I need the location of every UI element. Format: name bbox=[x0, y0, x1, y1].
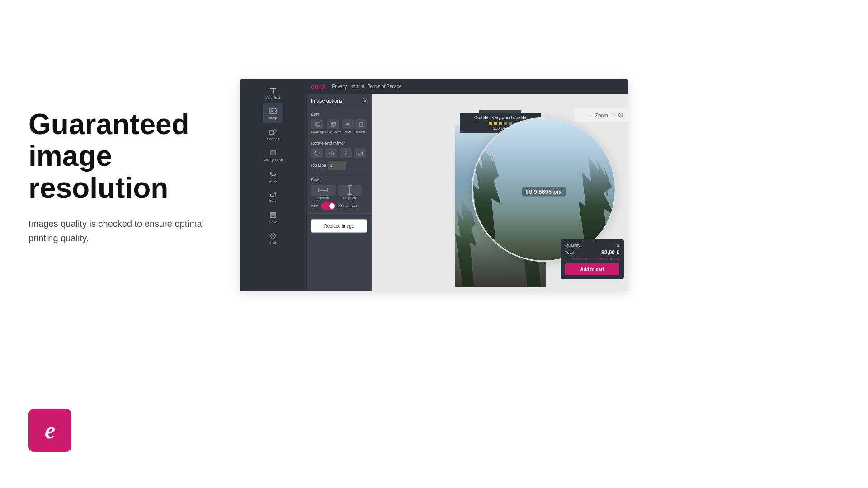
add-text-label: Add Text bbox=[266, 95, 280, 99]
full-height-label: full height bbox=[343, 197, 357, 200]
panel-title: Image options bbox=[311, 98, 342, 103]
background-icon bbox=[269, 149, 277, 157]
save-label: Save bbox=[269, 220, 277, 224]
quantity-value: 1 bbox=[617, 243, 619, 248]
layer-up-col: Layer Up bbox=[311, 119, 324, 133]
exit-icon bbox=[269, 232, 277, 240]
svg-rect-10 bbox=[271, 216, 275, 217]
layer-up-label: Layer Up bbox=[311, 130, 324, 133]
svg-rect-15 bbox=[331, 123, 335, 126]
sidebar-item-background[interactable]: Background bbox=[263, 145, 283, 165]
toggle-on-label: ON bbox=[338, 204, 344, 208]
rotation-label: Rotation bbox=[311, 163, 326, 168]
sidebar-tools: Add Text Image bbox=[240, 79, 307, 248]
edit-section-title: Edit bbox=[311, 112, 367, 117]
rotation-input-row: Rotation 0 bbox=[311, 161, 367, 170]
full-width-col: full width bbox=[311, 185, 335, 200]
sidebar-item-undo[interactable]: Undo bbox=[263, 166, 283, 186]
logo-letter: e bbox=[45, 417, 55, 444]
panel-close-button[interactable]: × bbox=[363, 97, 367, 104]
delete-col: Delete bbox=[355, 119, 367, 133]
sidebar-item-add-text[interactable]: Add Text bbox=[263, 83, 283, 103]
rotate-mirror-section: Rotate and mirror bbox=[307, 137, 372, 174]
magnifier-tree-left bbox=[473, 143, 509, 261]
exit-label: Exit bbox=[270, 241, 276, 245]
full-width-label: full width bbox=[316, 197, 329, 200]
hide-label: Hide bbox=[344, 130, 351, 133]
save-icon bbox=[269, 211, 277, 219]
edit-section: Edit Layer Up bbox=[307, 108, 372, 137]
sidebar-item-exit[interactable]: Exit bbox=[263, 228, 283, 248]
terms-link[interactable]: Terms of Service bbox=[368, 84, 401, 89]
full-scale-label: full scale bbox=[346, 205, 359, 208]
sidebar-item-save[interactable]: Save bbox=[263, 207, 283, 227]
screenshot-container: Add Text Image bbox=[240, 79, 628, 291]
undo-label: Undo bbox=[269, 178, 277, 183]
delete-button[interactable] bbox=[355, 119, 367, 129]
edit-buttons-row: Layer Up Layer down bbox=[311, 119, 367, 133]
toggle-knob bbox=[329, 203, 335, 209]
svg-rect-14 bbox=[316, 122, 320, 125]
shapes-icon bbox=[269, 128, 277, 136]
mirror-buttons-row bbox=[311, 148, 367, 158]
scale-section: Scale full width bbox=[307, 174, 372, 214]
layer-down-label: Layer down bbox=[325, 130, 341, 133]
svg-rect-4 bbox=[270, 131, 274, 134]
canvas-area: − Zoom + ⚙ Roll Up Quality : very good q… bbox=[372, 94, 628, 291]
heading-line1: Guaranteed bbox=[28, 108, 189, 141]
dpi-overlay: 88.9.5695 pix bbox=[522, 187, 565, 196]
total-value: 82,00 € bbox=[601, 249, 619, 256]
ruler-label: 200 cm bbox=[606, 183, 609, 196]
cart-quantity-row: Quantity 1 bbox=[565, 243, 619, 248]
privacy-link[interactable]: Privacy bbox=[332, 84, 347, 89]
cart-panel: Quantity 1 Total 82,00 € excl. 19.00% Ta… bbox=[561, 239, 624, 279]
sidebar-item-image[interactable]: Image bbox=[263, 103, 283, 123]
cart-total-row: Total 82,00 € bbox=[565, 249, 619, 256]
toggle-off-label: OFF bbox=[311, 204, 318, 208]
layer-up-button[interactable] bbox=[311, 119, 323, 129]
mirror-v-button[interactable] bbox=[340, 148, 352, 158]
scale-section-title: Scale bbox=[311, 178, 367, 182]
layer-down-col: Layer down bbox=[325, 119, 341, 133]
full-scale-toggle[interactable] bbox=[321, 202, 335, 210]
imprint-link[interactable]: Imprint bbox=[350, 84, 364, 89]
heading-line2: image bbox=[28, 140, 112, 172]
svg-line-12 bbox=[272, 235, 274, 237]
hide-button[interactable] bbox=[342, 119, 354, 129]
svg-rect-18 bbox=[359, 123, 362, 127]
add-text-icon bbox=[269, 86, 277, 94]
rotate-section-title: Rotate and mirror bbox=[311, 141, 367, 145]
full-scale-row: OFF ON full scale bbox=[311, 202, 367, 210]
mirror-h-button[interactable] bbox=[326, 148, 337, 158]
add-to-cart-button[interactable]: Add to cart bbox=[565, 263, 619, 275]
description-text: Images quality is checked to ensure opti… bbox=[28, 216, 218, 245]
cart-shipping: excl. 19.00% Tax excl. Shipping bbox=[565, 257, 619, 261]
sidebar-item-redo[interactable]: Redo bbox=[263, 187, 283, 206]
rotate-left-button[interactable] bbox=[311, 148, 323, 158]
brand-logo: durst bbox=[311, 83, 326, 90]
editor-topbar: durst Privacy Imprint Terms of Service bbox=[307, 79, 628, 94]
redo-label: Redo bbox=[269, 199, 277, 203]
panel-header: Image options × bbox=[307, 94, 372, 108]
svg-marker-25 bbox=[345, 151, 347, 153]
rotation-input[interactable]: 0 bbox=[328, 161, 346, 170]
replace-image-button[interactable]: Replace image bbox=[311, 219, 367, 233]
heading-line3: resolution bbox=[28, 172, 168, 204]
image-options-panel: Image options × Edit Layer Up bbox=[307, 94, 372, 291]
background-label: Background bbox=[264, 158, 283, 162]
hide-col: Hide bbox=[342, 119, 354, 133]
full-height-col: full height bbox=[338, 185, 362, 200]
svg-point-17 bbox=[347, 123, 349, 125]
delete-label: Delete bbox=[356, 130, 365, 133]
sidebar-item-shapes[interactable]: Shapes bbox=[263, 124, 283, 144]
full-width-button[interactable] bbox=[311, 185, 335, 196]
image-label: Image bbox=[268, 116, 278, 120]
full-height-button[interactable] bbox=[338, 185, 362, 196]
svg-rect-7 bbox=[271, 151, 275, 155]
editor-sidebar: Add Text Image bbox=[240, 79, 307, 291]
layer-down-button[interactable] bbox=[327, 119, 339, 129]
image-icon bbox=[269, 107, 277, 115]
left-content: Guaranteed image resolution Images quali… bbox=[28, 108, 218, 245]
quantity-label: Quantity bbox=[565, 243, 580, 248]
rotate-right-button[interactable] bbox=[354, 148, 366, 158]
